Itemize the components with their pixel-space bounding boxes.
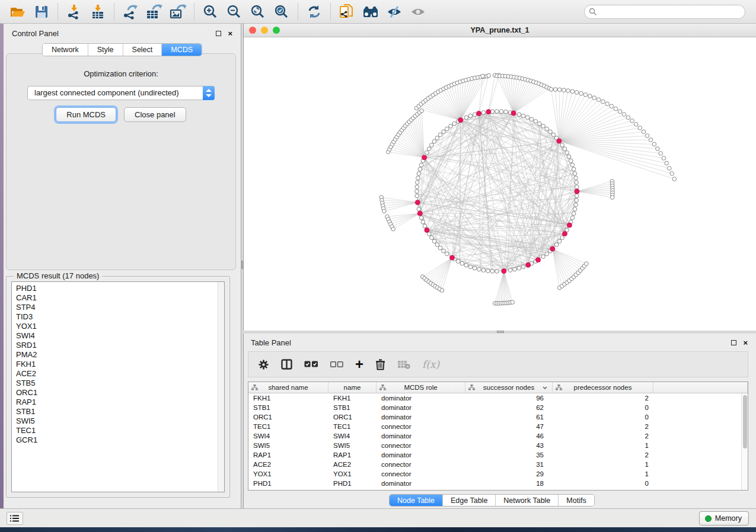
network-satellite-node[interactable] [665, 161, 669, 165]
network-node[interactable] [545, 127, 549, 131]
run-mcds-button[interactable]: Run MCDS [56, 107, 116, 122]
column-header-shared-name[interactable]: shared name [248, 382, 328, 393]
network-node[interactable] [521, 114, 525, 118]
network-node[interactable] [464, 263, 468, 267]
network-mcds-hub-node[interactable] [563, 232, 567, 236]
network-satellite-node[interactable] [420, 109, 424, 113]
table-row[interactable]: ACE2ACE2connector311 [248, 460, 748, 469]
network-node[interactable] [452, 121, 457, 126]
search-input[interactable] [584, 5, 745, 19]
network-node[interactable] [554, 243, 559, 247]
mcds-result-item[interactable]: GCR1 [16, 435, 224, 445]
network-node[interactable] [416, 176, 420, 180]
network-node[interactable] [508, 268, 512, 273]
network-node[interactable] [495, 110, 499, 114]
mcds-result-item[interactable]: PHD1 [16, 284, 224, 293]
network-node[interactable] [538, 121, 542, 126]
tab-network[interactable]: Network [43, 44, 88, 56]
network-satellite-node[interactable] [618, 110, 622, 114]
network-canvas[interactable] [244, 37, 756, 330]
mcds-result-item[interactable]: SWI5 [16, 416, 224, 426]
tab-mcds[interactable]: MCDS [161, 44, 202, 56]
network-node[interactable] [481, 268, 486, 273]
export-table-icon[interactable] [142, 2, 166, 21]
mcds-result-item[interactable]: YOX1 [16, 322, 224, 331]
network-node[interactable] [548, 130, 553, 134]
network-satellite-node[interactable] [481, 74, 485, 78]
network-satellite-node[interactable] [630, 119, 634, 123]
network-node[interactable] [418, 167, 422, 171]
network-node[interactable] [565, 150, 569, 155]
network-node[interactable] [495, 270, 499, 274]
network-satellite-node[interactable] [391, 227, 395, 231]
network-node[interactable] [415, 190, 419, 194]
network-node[interactable] [442, 249, 446, 253]
network-node[interactable] [417, 172, 421, 176]
network-node[interactable] [432, 239, 436, 243]
network-satellite-node[interactable] [549, 88, 553, 92]
float-panel-icon[interactable] [216, 31, 221, 36]
search-network-icon[interactable] [359, 2, 382, 21]
mcds-result-item[interactable]: ORC1 [16, 388, 224, 398]
network-node[interactable] [449, 124, 453, 129]
column-header-predecessor-nodes[interactable]: predecessor nodes [553, 382, 653, 393]
select-all-rows-icon[interactable] [304, 361, 318, 368]
network-satellite-node[interactable] [649, 138, 653, 142]
network-node[interactable] [574, 203, 578, 207]
network-satellite-node[interactable] [588, 94, 592, 98]
network-node[interactable] [435, 136, 439, 140]
network-node[interactable] [445, 127, 449, 131]
mcds-result-item[interactable]: RAP1 [16, 398, 224, 407]
task-history-button[interactable] [7, 512, 23, 525]
table-scrollbar[interactable] [741, 393, 748, 490]
network-satellite-node[interactable] [605, 102, 610, 106]
network-satellite-node[interactable] [579, 91, 583, 95]
network-node[interactable] [570, 163, 575, 167]
zoom-in-icon[interactable] [199, 2, 222, 21]
network-mcds-hub-node[interactable] [567, 223, 572, 227]
network-node[interactable] [545, 252, 549, 256]
network-node[interactable] [575, 198, 579, 203]
network-node[interactable] [445, 252, 449, 256]
export-image-icon[interactable] [166, 2, 190, 21]
network-node[interactable] [517, 113, 521, 117]
close-panel-button[interactable]: Close panel [124, 107, 186, 122]
network-node[interactable] [438, 246, 442, 250]
network-satellite-node[interactable] [656, 147, 660, 151]
network-mcds-hub-node[interactable] [458, 118, 463, 123]
memory-button[interactable]: Memory [699, 511, 749, 525]
network-mcds-hub-node[interactable] [450, 255, 455, 260]
network-node[interactable] [481, 111, 486, 115]
network-node[interactable] [427, 147, 431, 151]
add-row-icon[interactable]: + [355, 359, 363, 370]
network-mcds-hub-node[interactable] [477, 111, 481, 116]
network-node[interactable] [438, 133, 442, 137]
network-node[interactable] [563, 147, 567, 151]
zoom-selected-icon[interactable] [270, 2, 294, 21]
network-satellite-node[interactable] [557, 88, 562, 92]
network-node[interactable] [534, 120, 538, 124]
network-node[interactable] [473, 266, 477, 270]
import-network-icon[interactable] [62, 2, 86, 21]
network-node[interactable] [525, 116, 529, 120]
network-satellite-node[interactable] [622, 113, 626, 117]
network-satellite-node[interactable] [570, 89, 575, 94]
network-node[interactable] [432, 140, 436, 144]
mcds-result-item[interactable]: ACE2 [16, 369, 224, 379]
network-node[interactable] [419, 163, 423, 167]
mcds-result-item[interactable]: PMA2 [16, 350, 224, 360]
mcds-result-list[interactable]: PHD1CAR1STP4TID3YOX1SWI4SRD1PMA2FKH1ACE2… [11, 281, 225, 492]
network-node[interactable] [416, 181, 420, 185]
mcds-list-scrollbar[interactable] [218, 282, 224, 492]
column-header-successor-nodes[interactable]: successor nodes [465, 382, 553, 393]
network-mcds-hub-node[interactable] [557, 139, 562, 143]
network-mcds-hub-node[interactable] [486, 110, 491, 114]
network-satellite-node[interactable] [596, 98, 601, 102]
network-mcds-hub-node[interactable] [526, 262, 531, 267]
network-node[interactable] [473, 113, 477, 117]
tab-motifs[interactable]: Motifs [558, 495, 594, 506]
table-row[interactable]: TEC1TEC1connector472 [248, 422, 748, 431]
table-row[interactable]: PHD1PHD1dominator180 [248, 479, 748, 488]
network-node[interactable] [421, 220, 425, 224]
network-node[interactable] [430, 236, 434, 240]
